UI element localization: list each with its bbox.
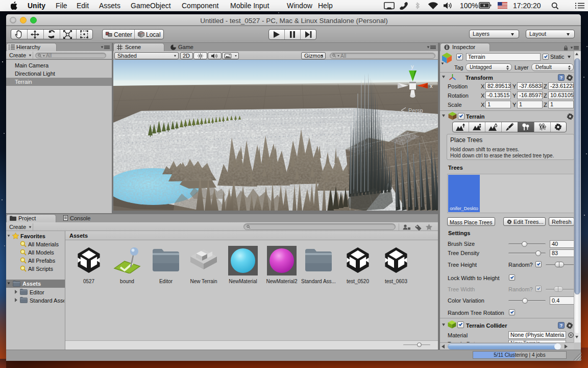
svg-text:x: x [430, 83, 433, 89]
svg-text:?: ? [560, 75, 563, 80]
svg-text:Persp: Persp [408, 107, 423, 113]
svg-text:?: ? [560, 323, 563, 328]
svg-text:y: y [411, 63, 414, 70]
